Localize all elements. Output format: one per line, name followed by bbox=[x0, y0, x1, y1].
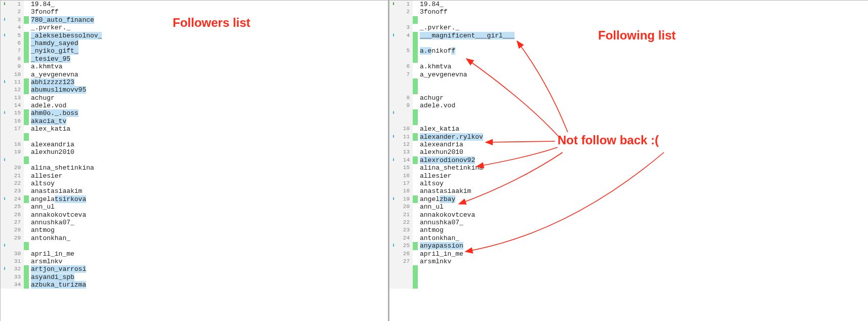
diff-row[interactable]: 23antmog bbox=[389, 226, 868, 234]
diff-row[interactable]: ⬇4___magnificent___girl___ bbox=[389, 32, 868, 39]
diff-row[interactable]: 31arsmlnkv bbox=[1, 258, 388, 265]
diff-row[interactable]: 23anastasiaakim bbox=[1, 187, 388, 195]
line-content[interactable] bbox=[418, 265, 868, 273]
diff-row[interactable]: 7_nyiko_gift_ bbox=[1, 47, 388, 55]
line-content[interactable] bbox=[418, 78, 868, 86]
diff-row[interactable]: 27arsmlnkv bbox=[389, 258, 868, 265]
diff-row[interactable]: 23fonoff bbox=[1, 8, 388, 16]
diff-row[interactable]: 20alina_shetinkina bbox=[1, 164, 388, 172]
diff-row[interactable]: ⬇11abhizzzz123 bbox=[1, 78, 388, 86]
diff-row[interactable]: 14adele.vod bbox=[1, 102, 388, 109]
line-content[interactable]: anastasiaakim bbox=[418, 187, 868, 195]
line-content[interactable] bbox=[418, 109, 868, 117]
line-content[interactable]: april_in_me bbox=[29, 250, 388, 258]
line-content[interactable]: artjon_varrosi bbox=[29, 265, 388, 273]
line-content[interactable]: 19.84_ bbox=[418, 1, 868, 8]
diff-row[interactable] bbox=[389, 16, 868, 24]
diff-row[interactable]: 13alexhun2010 bbox=[389, 148, 868, 156]
line-content[interactable]: a.khmtva bbox=[29, 63, 388, 70]
diff-row[interactable]: 24antonkhan_ bbox=[389, 234, 868, 242]
diff-row[interactable]: 17alex_katia bbox=[1, 125, 388, 133]
line-content[interactable]: annakokovtceva bbox=[29, 211, 388, 219]
line-content[interactable]: allesier bbox=[29, 172, 388, 180]
line-content[interactable]: arsmlnkv bbox=[29, 258, 388, 265]
line-content[interactable]: alexander.rylkov bbox=[418, 133, 868, 141]
diff-row[interactable]: 9adele.vod bbox=[389, 102, 868, 109]
line-content[interactable]: a_yevgenevna bbox=[29, 71, 388, 78]
line-content[interactable] bbox=[418, 55, 868, 63]
diff-row[interactable]: 9a.khmtva bbox=[1, 63, 388, 70]
line-content[interactable] bbox=[29, 242, 388, 250]
diff-row[interactable] bbox=[1, 133, 388, 141]
diff-row[interactable]: ⬇ bbox=[1, 156, 388, 164]
diff-row[interactable] bbox=[389, 281, 868, 289]
line-content[interactable] bbox=[29, 133, 388, 141]
line-content[interactable]: anastasiaakim bbox=[29, 187, 388, 195]
line-content[interactable]: asyandi_spb bbox=[29, 273, 388, 281]
diff-row[interactable]: 7a_yevgenevna bbox=[389, 71, 868, 78]
line-content[interactable]: _.pvrker._ bbox=[29, 24, 388, 31]
diff-row[interactable]: 16allesier bbox=[389, 172, 868, 180]
line-content[interactable]: abhizzzz123 bbox=[29, 78, 388, 86]
line-content[interactable]: antmog bbox=[418, 226, 868, 234]
diff-row[interactable]: 17altsoy bbox=[389, 180, 868, 187]
line-content[interactable]: akacia_tv bbox=[29, 117, 388, 125]
line-content[interactable] bbox=[29, 156, 388, 164]
line-content[interactable]: ann_ul bbox=[418, 203, 868, 211]
diff-row[interactable]: ⬇ bbox=[1, 242, 388, 250]
line-content[interactable]: alex_katia bbox=[29, 125, 388, 133]
diff-row[interactable]: ⬇25anyapassion bbox=[389, 242, 868, 250]
diff-row[interactable]: 21annakokovtceva bbox=[389, 211, 868, 219]
line-content[interactable] bbox=[418, 39, 868, 47]
line-content[interactable]: azbuka_turizma bbox=[29, 281, 388, 289]
line-content[interactable]: antmog bbox=[29, 226, 388, 234]
line-content[interactable] bbox=[418, 16, 868, 24]
line-content[interactable]: alexeandria bbox=[418, 141, 868, 148]
diff-row[interactable]: 33asyandi_spb bbox=[1, 273, 388, 281]
line-content[interactable]: alexhun2010 bbox=[418, 148, 868, 156]
line-content[interactable]: 3fonoff bbox=[418, 8, 868, 16]
line-content[interactable]: ___magnificent___girl___ bbox=[418, 32, 868, 39]
line-content[interactable]: annushka07_ bbox=[29, 219, 388, 226]
line-content[interactable]: angelzbay bbox=[418, 195, 868, 203]
diff-row[interactable]: 10a_yevgenevna bbox=[1, 71, 388, 78]
diff-row[interactable] bbox=[389, 39, 868, 47]
line-content[interactable]: _alekseibessolnov_ bbox=[29, 32, 388, 39]
line-content[interactable]: alina_shetinkina bbox=[418, 164, 868, 172]
diff-row[interactable]: 12abumuslimovv95 bbox=[1, 86, 388, 94]
diff-row[interactable]: 6_hamdy_sayed bbox=[1, 39, 388, 47]
line-content[interactable]: 780_auto_finance bbox=[29, 16, 388, 24]
diff-row[interactable] bbox=[389, 55, 868, 63]
diff-row[interactable]: 30april_in_me bbox=[1, 250, 388, 258]
diff-row[interactable]: ⬇24angelatsirkova bbox=[1, 195, 388, 203]
line-content[interactable] bbox=[418, 117, 868, 125]
diff-row[interactable] bbox=[389, 117, 868, 125]
left-pane[interactable]: ⬇119.84_23fonoff⬇3780_auto_finance4_.pvr… bbox=[1, 1, 388, 321]
line-content[interactable]: april_in_me bbox=[418, 250, 868, 258]
diff-row[interactable]: 3_.pvrker._ bbox=[389, 24, 868, 31]
diff-row[interactable]: 6a.khmtva bbox=[389, 63, 868, 70]
diff-row[interactable]: 4_.pvrker._ bbox=[1, 24, 388, 31]
line-content[interactable]: alexrodionov92 bbox=[418, 156, 868, 164]
diff-row[interactable]: ⬇119.84_ bbox=[1, 1, 388, 8]
diff-row[interactable]: 18alexeandria bbox=[1, 141, 388, 148]
line-content[interactable] bbox=[418, 273, 868, 281]
diff-row[interactable]: ⬇119.84_ bbox=[389, 1, 868, 8]
diff-row[interactable]: 27annushka07_ bbox=[1, 219, 388, 226]
diff-row[interactable]: 8achugr bbox=[389, 94, 868, 102]
diff-row[interactable]: 28antmog bbox=[1, 226, 388, 234]
diff-row[interactable]: 12alexeandria bbox=[389, 141, 868, 148]
line-content[interactable]: altsoy bbox=[29, 180, 388, 187]
line-content[interactable]: annushka07_ bbox=[418, 219, 868, 226]
line-content[interactable]: a_yevgenevna bbox=[418, 71, 868, 78]
diff-row[interactable]: 26annakokovtceva bbox=[1, 211, 388, 219]
line-content[interactable]: alexeandria bbox=[29, 141, 388, 148]
diff-row[interactable]: ⬇32artjon_varrosi bbox=[1, 265, 388, 273]
diff-row[interactable]: ⬇3780_auto_finance bbox=[1, 16, 388, 24]
diff-row[interactable]: 21allesier bbox=[1, 172, 388, 180]
line-content[interactable]: antonkhan_ bbox=[29, 234, 388, 242]
diff-row[interactable]: 23fonoff bbox=[389, 8, 868, 16]
diff-row[interactable]: ⬇5_alekseibessolnov_ bbox=[1, 32, 388, 39]
diff-row[interactable] bbox=[389, 273, 868, 281]
diff-row[interactable] bbox=[389, 86, 868, 94]
